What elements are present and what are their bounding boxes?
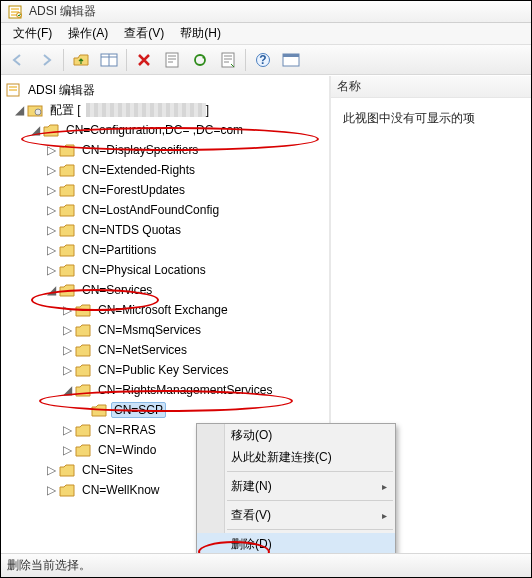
expand-toggle[interactable]: ▷	[45, 244, 57, 256]
view-columns-button[interactable]	[96, 48, 122, 72]
tree-node[interactable]: CN=DisplaySpecifiers	[79, 142, 201, 158]
window-button[interactable]	[278, 48, 304, 72]
folder-icon	[43, 123, 59, 137]
folder-icon	[75, 343, 91, 357]
folder-icon	[75, 443, 91, 457]
context-menu-delete[interactable]: 删除(D)	[197, 533, 395, 555]
expand-toggle[interactable]: ▷	[45, 484, 57, 496]
expand-toggle[interactable]: ▷	[61, 424, 73, 436]
refresh-button[interactable]	[187, 48, 213, 72]
back-button[interactable]	[5, 48, 31, 72]
svg-point-12	[35, 109, 41, 115]
expand-toggle[interactable]: ▷	[45, 184, 57, 196]
svg-text:?: ?	[259, 53, 266, 67]
column-header-name[interactable]: 名称	[331, 76, 531, 98]
toolbar-divider	[126, 49, 127, 71]
folder-icon	[59, 203, 75, 217]
tree-node[interactable]: CN=MsmqServices	[95, 322, 204, 338]
folder-icon	[91, 403, 107, 417]
redacted-text	[86, 103, 206, 117]
settings-icon	[27, 103, 43, 117]
export-button[interactable]	[215, 48, 241, 72]
folder-icon	[75, 303, 91, 317]
status-bar: 删除当前选择。	[1, 553, 531, 577]
folder-icon	[75, 323, 91, 337]
context-menu-new[interactable]: 新建(N)	[197, 475, 395, 497]
tree-node[interactable]: CN=Physical Locations	[79, 262, 209, 278]
expand-toggle[interactable]: ▷	[61, 364, 73, 376]
expand-toggle[interactable]: ▷	[61, 344, 73, 356]
tree-node[interactable]: CN=Public Key Services	[95, 362, 231, 378]
tree-config-label[interactable]: 配置 [	[47, 101, 84, 120]
up-button[interactable]	[68, 48, 94, 72]
expand-toggle[interactable]: ◢	[13, 104, 25, 116]
folder-icon	[59, 483, 75, 497]
folder-icon	[59, 143, 75, 157]
expand-toggle[interactable]: ◢	[45, 284, 57, 296]
menu-view[interactable]: 查看(V)	[116, 23, 172, 44]
folder-icon	[75, 363, 91, 377]
tree-node-rms[interactable]: CN=RightsManagementServices	[95, 382, 275, 398]
context-menu-view[interactable]: 查看(V)	[197, 504, 395, 526]
properties-button[interactable]	[159, 48, 185, 72]
menu-separator	[227, 471, 393, 472]
menu-file[interactable]: 文件(F)	[5, 23, 60, 44]
context-menu-new-connection[interactable]: 从此处新建连接(C)	[197, 446, 395, 468]
tree-node-scp[interactable]: CN=SCP	[111, 402, 166, 418]
tree-node[interactable]: CN=NTDS Quotas	[79, 222, 184, 238]
toolbar: ?	[1, 45, 531, 75]
svg-rect-9	[283, 54, 299, 57]
expand-toggle[interactable]: ▷	[61, 324, 73, 336]
folder-icon	[75, 383, 91, 397]
expand-toggle[interactable]: ▷	[61, 444, 73, 456]
expand-toggle[interactable]: ◢	[29, 124, 41, 136]
status-text: 删除当前选择。	[7, 557, 91, 574]
menu-separator	[227, 500, 393, 501]
menu-action[interactable]: 操作(A)	[60, 23, 116, 44]
folder-icon	[59, 183, 75, 197]
tree-node[interactable]: CN=Microsoft Exchange	[95, 302, 231, 318]
tree-node[interactable]: CN=RRAS	[95, 422, 159, 438]
window-title: ADSI 编辑器	[29, 3, 96, 20]
folder-icon	[59, 263, 75, 277]
tree-node[interactable]: CN=Partitions	[79, 242, 159, 258]
svg-rect-3	[166, 53, 178, 67]
delete-button[interactable]	[131, 48, 157, 72]
folder-icon	[75, 423, 91, 437]
menu-separator	[227, 529, 393, 530]
expand-toggle[interactable]: ▷	[61, 304, 73, 316]
expand-toggle[interactable]: ◢	[61, 384, 73, 396]
help-button[interactable]: ?	[250, 48, 276, 72]
toolbar-divider	[245, 49, 246, 71]
menu-help[interactable]: 帮助(H)	[172, 23, 229, 44]
tree-node[interactable]: CN=ForestUpdates	[79, 182, 188, 198]
tree-root[interactable]: ADSI 编辑器	[25, 81, 98, 100]
folder-icon	[59, 283, 75, 297]
folder-icon	[59, 463, 75, 477]
tree-node[interactable]: CN=WellKnow	[79, 482, 162, 498]
tree-node[interactable]: CN=Windo	[95, 442, 159, 458]
tree-node[interactable]: CN=LostAndFoundConfig	[79, 202, 222, 218]
tree-node[interactable]: CN=Sites	[79, 462, 136, 478]
toolbar-divider	[63, 49, 64, 71]
expand-toggle[interactable]: ▷	[45, 164, 57, 176]
expand-toggle[interactable]: ▷	[45, 224, 57, 236]
forward-button[interactable]	[33, 48, 59, 72]
tree-node[interactable]: CN=NetServices	[95, 342, 190, 358]
expand-toggle[interactable]: ▷	[45, 464, 57, 476]
folder-icon	[59, 223, 75, 237]
folder-icon	[59, 163, 75, 177]
expand-toggle[interactable]: ▷	[45, 264, 57, 276]
app-icon	[5, 82, 21, 98]
tree-node[interactable]: CN=Extended-Rights	[79, 162, 198, 178]
redacted-bracket: ]	[206, 103, 209, 117]
folder-icon	[59, 243, 75, 257]
context-menu-move[interactable]: 移动(O)	[197, 424, 395, 446]
menubar: 文件(F) 操作(A) 查看(V) 帮助(H)	[1, 23, 531, 45]
expand-toggle[interactable]: ▷	[45, 144, 57, 156]
expand-toggle[interactable]: ▷	[45, 204, 57, 216]
tree-node-services[interactable]: CN=Services	[79, 282, 155, 298]
tree-node-configuration[interactable]: CN=Configuration,DC= ,DC=com	[63, 122, 246, 138]
app-icon	[7, 4, 23, 20]
